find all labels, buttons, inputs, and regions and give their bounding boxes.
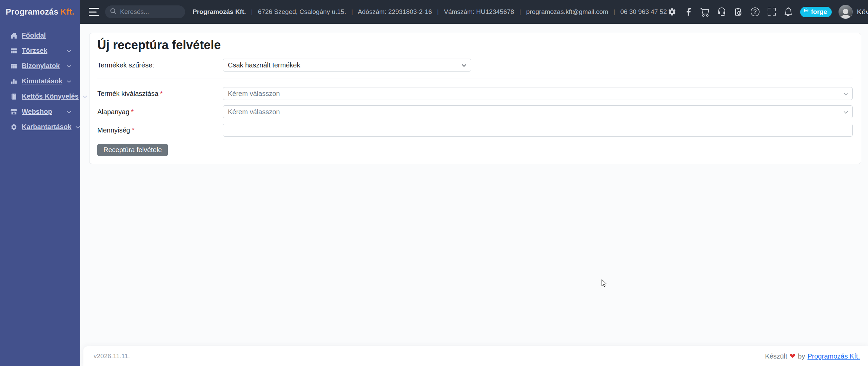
- product-filter-value: Csak használt termékek: [228, 61, 300, 69]
- cart-icon[interactable]: [700, 7, 710, 17]
- material-select-row: Alapanyag* Kérem válasszon: [97, 105, 853, 118]
- company-vat-number: Vámszám: HU12345678: [444, 8, 514, 15]
- submit-recipe-button[interactable]: Receptúra felvétele: [97, 144, 168, 156]
- brand-primary: Programozás: [6, 7, 58, 17]
- menu-toggle-button[interactable]: [89, 8, 99, 16]
- forge-badge-label: forge: [811, 8, 827, 16]
- company-tax-number: Adószám: 22931803-2-16: [358, 8, 432, 15]
- company-info: Programozás Kft. | 6726 Szeged, Csalogán…: [193, 8, 667, 16]
- search-box[interactable]: [105, 5, 185, 18]
- company-phone: 06 30 963 47 52: [620, 8, 667, 15]
- quantity-input[interactable]: [223, 124, 853, 137]
- required-asterisk: *: [160, 90, 163, 97]
- chevron-down-icon: [76, 124, 80, 130]
- product-filter-row: Termékek szűrése: Csak használt termékek: [97, 59, 853, 72]
- sidebar-item-label: Kimutatások: [22, 77, 62, 85]
- chevron-down-icon: [67, 78, 71, 84]
- table-columns-icon: [10, 62, 18, 70]
- fullscreen-icon[interactable]: [767, 7, 777, 17]
- product-select[interactable]: Kérem válasszon: [223, 87, 853, 100]
- notifications-icon[interactable]: [783, 7, 793, 17]
- brand-accent: Kft.: [60, 7, 74, 17]
- sidebar-item-webshop[interactable]: Webshop: [0, 104, 80, 119]
- sidebar-item-bizonylatok[interactable]: Bizonylatok: [0, 58, 80, 74]
- search-input[interactable]: [120, 8, 180, 16]
- chevron-down-icon: [67, 63, 71, 69]
- chevron-down-icon: [461, 61, 467, 69]
- main-content: Új receptúra felvétele Termékek szűrése:…: [80, 24, 868, 366]
- company-address: 6726 Szeged, Csalogány u.15.: [258, 8, 346, 15]
- sidebar-nav: Főoldal Törzsek Bizonylatok Kimuta: [0, 24, 80, 135]
- sidebar-item-label: Törzsek: [22, 47, 47, 55]
- sidebar-item-torzsek[interactable]: Törzsek: [0, 43, 80, 58]
- sidebar-item-fooldal[interactable]: Főoldal: [0, 28, 80, 43]
- support-icon[interactable]: [717, 7, 727, 17]
- user-menu[interactable]: Kévés János: [857, 8, 868, 16]
- search-icon: [110, 8, 117, 16]
- app-logo[interactable]: Programozás Kft.: [0, 0, 80, 24]
- required-asterisk: *: [132, 126, 135, 134]
- material-select-label: Alapanyag: [97, 108, 130, 116]
- grid-icon: [10, 47, 18, 55]
- heart-icon: ❤: [790, 352, 796, 360]
- sidebar-item-label: Karbantartások: [22, 123, 72, 131]
- version-label: v2026.11.11.: [94, 352, 130, 360]
- bar-chart-icon: [10, 78, 18, 85]
- help-icon[interactable]: [750, 7, 760, 17]
- chevron-down-icon: [844, 90, 848, 98]
- chevron-down-icon: [67, 109, 71, 115]
- sidebar-item-kimutatasok[interactable]: Kimutatások: [0, 74, 80, 89]
- product-filter-select[interactable]: Csak használt termékek: [223, 59, 471, 72]
- quantity-row: Mennyiség*: [97, 124, 853, 137]
- material-select[interactable]: Kérem válasszon: [223, 105, 853, 118]
- sidebar: Programozás Kft. Főoldal Törzsek Bizonyl…: [0, 0, 80, 366]
- tasks-icon[interactable]: [733, 7, 744, 17]
- chevron-down-icon: [67, 48, 71, 54]
- product-select-row: Termék kiválasztása* Kérem válasszon: [97, 87, 853, 100]
- divider: [97, 79, 853, 79]
- company-name: Programozás Kft.: [193, 8, 246, 15]
- facebook-icon[interactable]: [684, 7, 694, 17]
- material-select-placeholder: Kérem válasszon: [228, 108, 280, 116]
- sidebar-item-label: Főoldal: [22, 32, 46, 39]
- settings-icon[interactable]: [667, 7, 677, 17]
- recipe-form-card: Új receptúra felvétele Termékek szűrése:…: [89, 33, 861, 164]
- product-select-placeholder: Kérem válasszon: [228, 90, 280, 98]
- footer-credit: Készült ❤ by Programozás Kft.: [765, 352, 860, 360]
- sidebar-item-kettos-konyveles[interactable]: Kettős Könyvelés: [0, 89, 80, 104]
- sidebar-item-karbantartasok[interactable]: Karbantartások: [0, 119, 80, 135]
- topbar-icon-row: [667, 7, 793, 17]
- topbar: Programozás Kft. | 6726 Szeged, Csalogán…: [80, 0, 868, 24]
- database-icon: [804, 8, 809, 16]
- forge-badge[interactable]: forge: [800, 7, 832, 17]
- home-icon: [10, 32, 18, 39]
- page-title: Új receptúra felvétele: [97, 38, 853, 52]
- avatar[interactable]: [839, 5, 853, 19]
- user-name-label: Kévés János: [857, 8, 868, 16]
- chevron-down-icon: [844, 108, 848, 116]
- product-select-label: Termék kiválasztása: [97, 90, 158, 97]
- company-email: programozas.kft@gmail.com: [526, 8, 608, 15]
- required-asterisk: *: [131, 108, 134, 116]
- sidebar-item-label: Bizonylatok: [22, 62, 60, 70]
- gear-icon: [10, 123, 18, 131]
- storefront-icon: [10, 108, 18, 116]
- book-icon: [10, 93, 18, 100]
- chevron-down-icon: [83, 94, 87, 100]
- footer: v2026.11.11. Készült ❤ by Programozás Kf…: [83, 346, 868, 366]
- sidebar-item-label: Kettős Könyvelés: [22, 93, 79, 100]
- company-link[interactable]: Programozás Kft.: [807, 352, 860, 360]
- product-filter-label: Termékek szűrése:: [97, 61, 223, 69]
- sidebar-item-label: Webshop: [22, 108, 52, 116]
- quantity-label: Mennyiség: [97, 126, 130, 134]
